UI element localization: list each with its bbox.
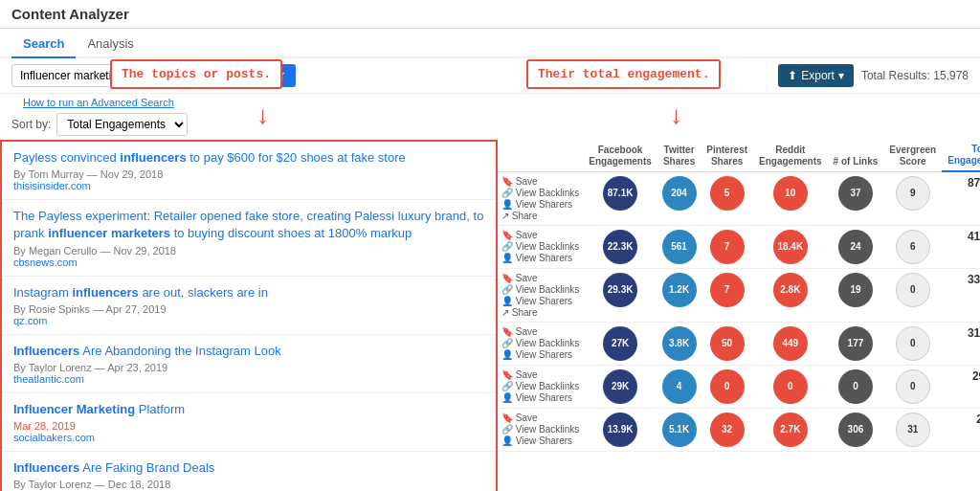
sharers-link[interactable]: 👤 View Sharers xyxy=(501,349,579,360)
save-link[interactable]: 🔖 Save xyxy=(501,273,579,283)
facebook-circle: 87.1K xyxy=(603,176,637,211)
save-link[interactable]: 🔖 Save xyxy=(501,176,579,187)
evergreen-circle: 0 xyxy=(896,273,930,307)
sharers-link[interactable]: 👤 View Sharers xyxy=(501,392,579,403)
backlinks-link[interactable]: 🔗 View Backlinks xyxy=(501,381,579,391)
table-row: 🔖 Save 🔗 View Backlinks 👤 View Sharers ↗… xyxy=(498,268,980,322)
reddit-circle: 0 xyxy=(773,369,808,404)
article-meta: Mar 28, 2019 xyxy=(13,420,484,432)
save-link[interactable]: 🔖 Save xyxy=(501,369,579,380)
sharers-link[interactable]: 👤 View Sharers xyxy=(501,199,579,210)
facebook-circle: 13.9K xyxy=(603,413,637,447)
save-link[interactable]: 🔖 Save xyxy=(501,230,579,240)
facebook-circle: 29.3K xyxy=(603,273,637,307)
export-icon: ⬆ xyxy=(788,69,797,82)
annotation-topics: The topics or posts. xyxy=(110,59,282,89)
table-row: 🔖 Save 🔗 View Backlinks 👤 View Sharers ↗… xyxy=(498,171,980,225)
article-source[interactable]: cbsnews.com xyxy=(13,257,484,268)
reddit-circle: 10 xyxy=(773,176,808,211)
table-row: 🔖 Save 🔗 View Backlinks 👤 View Sharers 2… xyxy=(498,225,980,268)
backlinks-link[interactable]: 🔗 View Backlinks xyxy=(501,338,579,348)
article-item: The Payless experiment: Retailer opened … xyxy=(2,200,496,276)
pinterest-circle: 50 xyxy=(710,326,745,361)
reddit-circle: 2.7K xyxy=(773,413,808,447)
pinterest-circle: 7 xyxy=(710,230,745,264)
col-links: # of Links xyxy=(828,140,884,171)
article-source[interactable]: socialbakers.com xyxy=(13,432,484,443)
share-link[interactable]: ↗ Share xyxy=(501,307,579,318)
share-link[interactable]: ↗ Share xyxy=(501,211,579,221)
backlinks-link[interactable]: 🔗 View Backlinks xyxy=(501,284,579,295)
save-link[interactable]: 🔖 Save xyxy=(501,413,579,423)
export-button[interactable]: ⬆ Export ▾ xyxy=(778,64,854,87)
article-source[interactable]: theatlantic.com xyxy=(13,373,484,385)
reddit-circle: 18.4K xyxy=(773,230,808,264)
article-item: Influencers Are Abandoning the Instagram… xyxy=(2,335,496,393)
export-label: Export xyxy=(801,69,835,82)
article-title[interactable]: The Payless experiment: Retailer opened … xyxy=(13,208,484,242)
pinterest-circle: 5 xyxy=(710,176,745,211)
article-meta: By Taylor Lorenz — Apr 23, 2019 xyxy=(13,362,484,373)
twitter-circle: 5.1K xyxy=(662,413,697,447)
evergreen-circle: 6 xyxy=(896,230,930,264)
export-chevron-icon: ▾ xyxy=(838,69,844,82)
main-content: Payless convinced influencers to pay $60… xyxy=(0,140,980,491)
article-title[interactable]: Instagram influencers are out, slackers … xyxy=(13,284,484,301)
action-links: 🔖 Save 🔗 View Backlinks 👤 View Sharers xyxy=(501,326,579,360)
evergreen-circle: 0 xyxy=(896,326,930,361)
links-circle: 24 xyxy=(838,230,873,264)
links-circle: 0 xyxy=(838,369,873,404)
article-item: Influencer Marketing Platform Mar 28, 20… xyxy=(2,393,496,452)
article-meta: By Megan Cerullo — Nov 29, 2018 xyxy=(13,245,484,257)
action-links: 🔖 Save 🔗 View Backlinks 👤 View Sharers xyxy=(501,230,579,263)
sharers-link[interactable]: 👤 View Sharers xyxy=(501,253,579,263)
links-circle: 177 xyxy=(838,326,873,361)
sort-label: Sort by: xyxy=(11,118,51,131)
backlinks-link[interactable]: 🔗 View Backlinks xyxy=(501,424,579,435)
col-reddit: RedditEngagements xyxy=(753,140,828,171)
metrics-panel: FacebookEngagements TwitterShares Pinter… xyxy=(498,140,980,491)
tab-search[interactable]: Search xyxy=(11,31,76,58)
article-item: Payless convinced influencers to pay $60… xyxy=(2,142,496,200)
evergreen-circle: 9 xyxy=(896,176,930,211)
article-item: Instagram influencers are out, slackers … xyxy=(2,277,496,335)
twitter-circle: 1.2K xyxy=(662,273,697,307)
save-link[interactable]: 🔖 Save xyxy=(501,326,579,337)
article-title[interactable]: Influencers Are Abandoning the Instagram… xyxy=(13,343,484,360)
article-meta: By Taylor Lorenz — Dec 18, 2018 xyxy=(13,479,484,490)
backlinks-link[interactable]: 🔗 View Backlinks xyxy=(501,188,579,198)
total-value: 33.4K xyxy=(968,273,980,286)
sharers-link[interactable]: 👤 View Sharers xyxy=(501,435,579,446)
total-value: 41.2K xyxy=(968,230,980,243)
sort-bar: Sort by: Total Engagements xyxy=(0,109,980,140)
advanced-search-link[interactable]: How to run an Advanced Search xyxy=(11,97,186,108)
col-pinterest: PinterestShares xyxy=(701,140,753,171)
total-results: Total Results: 15,978 xyxy=(861,69,969,82)
annotation-engagement: Their total engagement. xyxy=(526,59,721,89)
twitter-circle: 4 xyxy=(662,369,697,404)
article-source[interactable]: qz.com xyxy=(13,315,484,326)
tabs-bar: Search Analysis xyxy=(0,31,980,58)
sort-select[interactable]: Total Engagements xyxy=(56,113,188,136)
twitter-circle: 204 xyxy=(662,176,697,211)
twitter-circle: 561 xyxy=(662,230,697,264)
article-title[interactable]: Influencer Marketing Platform xyxy=(13,401,484,418)
pinterest-circle: 0 xyxy=(710,369,745,404)
total-value: 21 xyxy=(976,413,980,426)
total-value: 31.3K xyxy=(968,326,980,340)
col-facebook: FacebookEngagements xyxy=(583,140,657,171)
article-source[interactable]: thisisinsider.com xyxy=(13,180,484,191)
sharers-link[interactable]: 👤 View Sharers xyxy=(501,296,579,306)
tab-analysis[interactable]: Analysis xyxy=(76,31,145,58)
article-title[interactable]: Payless convinced influencers to pay $60… xyxy=(13,149,484,167)
pinterest-circle: 32 xyxy=(710,413,745,447)
links-circle: 19 xyxy=(838,273,873,307)
table-row: 🔖 Save 🔗 View Backlinks 👤 View Sharers 2… xyxy=(498,322,980,365)
article-meta: By Rosie Spinks — Apr 27, 2019 xyxy=(13,303,484,315)
metrics-table: FacebookEngagements TwitterShares Pinter… xyxy=(498,140,980,452)
backlinks-link[interactable]: 🔗 View Backlinks xyxy=(501,241,579,252)
links-circle: 37 xyxy=(838,176,873,211)
facebook-circle: 22.3K xyxy=(603,230,637,264)
article-title[interactable]: Influencers Are Faking Brand Deals xyxy=(13,459,484,477)
links-circle: 306 xyxy=(838,413,873,447)
